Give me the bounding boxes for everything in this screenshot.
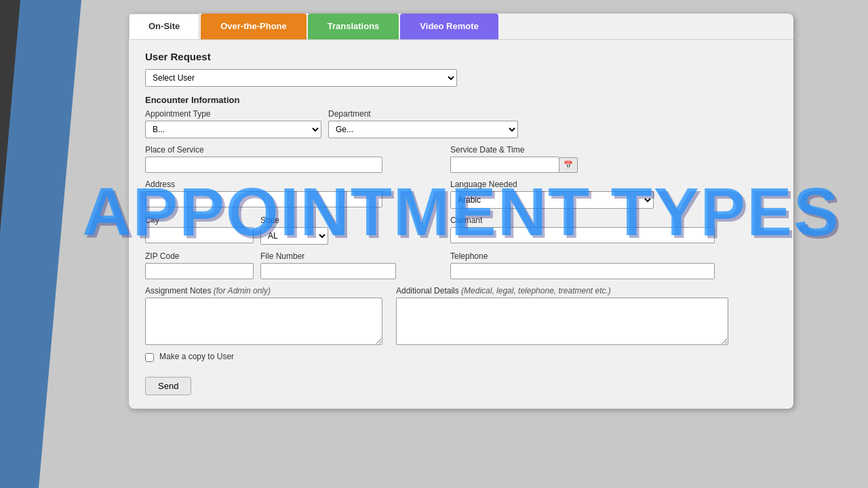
state-label: State — [260, 216, 328, 225]
state-select[interactable]: AL AK AZ AR CA — [260, 227, 328, 245]
tab-on-site[interactable]: On-Site — [129, 14, 199, 39]
assignment-notes-textarea[interactable] — [145, 298, 382, 345]
department-select[interactable]: Ge... — [328, 121, 518, 138]
service-date-label: Service Date & Time — [450, 145, 777, 155]
city-input[interactable] — [145, 227, 254, 243]
additional-details-textarea[interactable] — [396, 298, 728, 345]
main-container: APPOINTMENT TYPES On-Site Over-the-Phone… — [129, 14, 793, 409]
calendar-button[interactable]: 📅 — [559, 157, 578, 173]
tab-video-remote[interactable]: Video Remote — [400, 14, 498, 39]
address-input[interactable] — [145, 191, 382, 207]
claimant-input[interactable] — [450, 227, 715, 243]
language-needed-label: Language Needed — [450, 180, 777, 189]
additional-details-label: Additional Details (Medical, legal, tele… — [396, 286, 728, 296]
claimant-label: Claimant — [450, 216, 777, 225]
place-of-service-input[interactable] — [145, 157, 382, 173]
address-label: Address — [145, 180, 437, 189]
file-number-label: File Number — [260, 251, 396, 261]
make-copy-checkbox[interactable] — [145, 353, 154, 362]
place-of-service-label: Place of Service — [145, 145, 437, 155]
tab-translations[interactable]: Translations — [308, 14, 399, 39]
send-button[interactable]: Send — [145, 377, 191, 395]
file-number-input[interactable] — [260, 263, 396, 279]
form-area: User Request Select User Encounter Infor… — [129, 51, 793, 395]
user-request-title: User Request — [145, 51, 777, 62]
assignment-notes-label: Assignment Notes (for Admin only) — [145, 286, 382, 296]
make-copy-label: Make a copy to User — [159, 352, 234, 361]
tabs-container: On-Site Over-the-Phone Translations Vide… — [129, 14, 793, 40]
service-date-input[interactable] — [450, 157, 559, 173]
appointment-type-label: Appointment Type — [145, 109, 321, 119]
language-select[interactable]: Arabic Spanish French Chinese Japanese R… — [450, 191, 654, 209]
appointment-type-select[interactable]: B... — [145, 121, 321, 138]
zip-code-label: ZIP Code — [145, 251, 254, 261]
tab-over-the-phone[interactable]: Over-the-Phone — [201, 14, 307, 39]
zip-code-input[interactable] — [145, 263, 254, 279]
select-user-dropdown[interactable]: Select User — [145, 69, 457, 87]
telephone-label: Telephone — [450, 251, 777, 261]
city-label: City — [145, 216, 254, 225]
make-copy-row: Make a copy to User — [145, 352, 777, 363]
department-label: Department — [328, 109, 518, 119]
telephone-input[interactable] — [450, 263, 715, 279]
encounter-info-label: Encounter Information — [145, 95, 777, 105]
